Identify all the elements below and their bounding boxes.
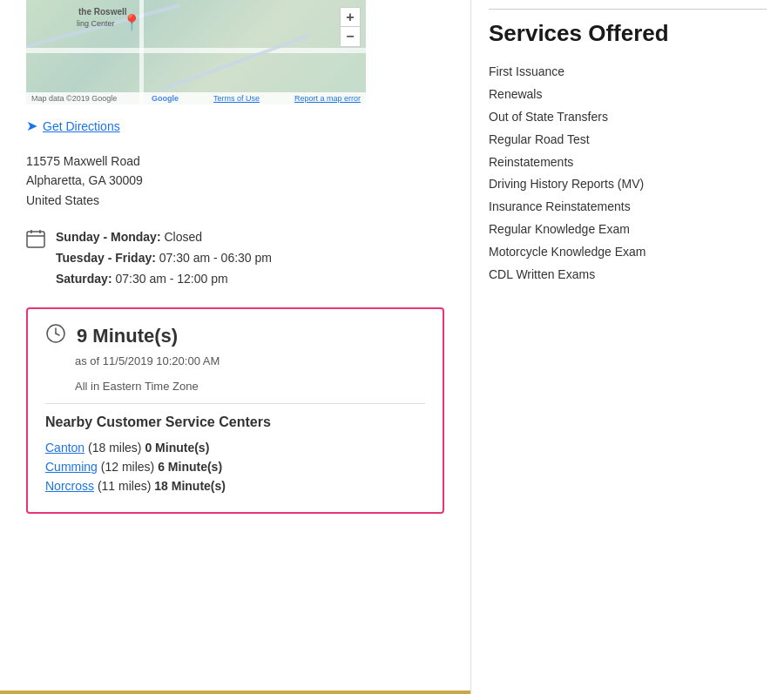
service-item-8: Motorcycle Knowledge Exam — [489, 241, 767, 264]
wait-minutes: 9 Minute(s) — [77, 325, 178, 347]
nearby-norcross-miles: (11 miles) — [98, 479, 154, 493]
address-line3: United States — [26, 191, 444, 210]
hours-block: Sunday - Monday: Closed Tuesday - Friday… — [26, 227, 444, 289]
map-road-diag2 — [161, 34, 310, 91]
services-list: First Issuance Renewals Out of State Tra… — [489, 61, 767, 286]
nearby-item-2: Norcross (11 miles) 18 Minute(s) — [45, 479, 425, 493]
service-item-4: Reinstatements — [489, 152, 767, 174]
services-title: Services Offered — [489, 20, 767, 47]
hours-row3-value: 07:30 am - 12:00 pm — [115, 272, 227, 286]
hours-content: Sunday - Monday: Closed Tuesday - Friday… — [56, 227, 272, 289]
map-zoom-controls: + − — [340, 7, 361, 47]
as-of-prefix: as of — [75, 354, 99, 367]
hours-row3: Saturday: 07:30 am - 12:00 pm — [56, 269, 272, 290]
report-map-error-link[interactable]: Report a map error — [294, 94, 361, 103]
service-item-9: CDL Written Exams — [489, 264, 767, 286]
zoom-in-button[interactable]: + — [341, 8, 360, 27]
hours-row1: Sunday - Monday: Closed — [56, 227, 272, 248]
service-item-6: Insurance Reinstatements — [489, 196, 767, 219]
get-directions-link[interactable]: Get Directions — [43, 119, 120, 133]
nearby-canton-miles: (18 miles) — [88, 441, 145, 455]
service-item-7: Regular Knowledge Exam — [489, 219, 767, 241]
wait-divider — [45, 403, 425, 404]
wait-time-box: 9 Minute(s) as of 11/5/2019 10:20:00 AM … — [26, 307, 444, 514]
nearby-title: Nearby Customer Service Centers — [45, 414, 425, 430]
hours-row1-value: Closed — [164, 230, 202, 244]
svg-line-6 — [56, 334, 59, 335]
map-label-line2: ling Center — [77, 19, 115, 28]
map-road-h — [26, 48, 366, 53]
hours-row3-label: Saturday: — [56, 272, 112, 286]
map-placeholder: the Roswell ling Center 📍 + − Map data ©… — [26, 0, 366, 104]
calendar-icon — [26, 229, 45, 253]
wait-time-header: 9 Minute(s) — [45, 323, 425, 349]
nearby-cumming-wait: 6 Minute(s) — [158, 460, 222, 474]
right-panel: Services Offered First Issuance Renewals… — [470, 0, 784, 694]
address-line2: Alpharetta, GA 30009 — [26, 171, 444, 190]
service-item-0: First Issuance — [489, 61, 767, 84]
get-directions-section: ➤ Get Directions — [26, 118, 444, 134]
services-top-divider — [489, 9, 767, 10]
nearby-canton-link[interactable]: Canton — [45, 441, 84, 455]
timezone-note: All in Eastern Time Zone — [75, 380, 425, 393]
map-label-line1: the Roswell — [78, 7, 127, 17]
nearby-canton-wait: 0 Minute(s) — [145, 441, 209, 455]
address-line1: 11575 Maxwell Road — [26, 152, 444, 171]
wait-as-of: as of 11/5/2019 10:20:00 AM — [75, 354, 425, 367]
nearby-item-0: Canton (18 miles) 0 Minute(s) — [45, 441, 425, 455]
nearby-item-1: Cumming (12 miles) 6 Minute(s) — [45, 460, 425, 474]
google-logo: Google — [152, 94, 179, 103]
map-pin: 📍 — [122, 13, 141, 32]
directions-icon: ➤ — [26, 118, 37, 134]
service-item-2: Out of State Transfers — [489, 106, 767, 129]
nearby-norcross-link[interactable]: Norcross — [45, 479, 94, 493]
hours-row2-label: Tuesday - Friday: — [56, 251, 156, 265]
svg-rect-0 — [27, 232, 44, 247]
nearby-cumming-miles: (12 miles) — [101, 460, 158, 474]
hours-row2-value: 07:30 am - 06:30 pm — [159, 251, 272, 265]
page-layout: the Roswell ling Center 📍 + − Map data ©… — [0, 0, 784, 694]
left-panel: the Roswell ling Center 📍 + − Map data ©… — [0, 0, 470, 694]
clock-icon — [45, 323, 66, 349]
hours-row2: Tuesday - Friday: 07:30 am - 06:30 pm — [56, 248, 272, 269]
bottom-line — [0, 691, 470, 694]
hours-row1-label: Sunday - Monday: — [56, 230, 161, 244]
terms-of-use-link[interactable]: Terms of Use — [213, 94, 260, 103]
address-block: 11575 Maxwell Road Alpharetta, GA 30009 … — [26, 152, 444, 210]
zoom-out-button[interactable]: − — [341, 27, 360, 46]
service-item-5: Driving History Reports (MV) — [489, 173, 767, 196]
nearby-norcross-wait: 18 Minute(s) — [154, 479, 226, 493]
map-container: the Roswell ling Center 📍 + − Map data ©… — [26, 0, 366, 104]
service-item-3: Regular Road Test — [489, 129, 767, 152]
as-of-date: 11/5/2019 10:20:00 AM — [103, 354, 220, 367]
nearby-cumming-link[interactable]: Cumming — [45, 460, 98, 474]
service-item-1: Renewals — [489, 84, 767, 106]
map-data-credit: Map data ©2019 Google — [31, 94, 117, 103]
map-footer: Map data ©2019 Google Google Terms of Us… — [26, 92, 366, 104]
